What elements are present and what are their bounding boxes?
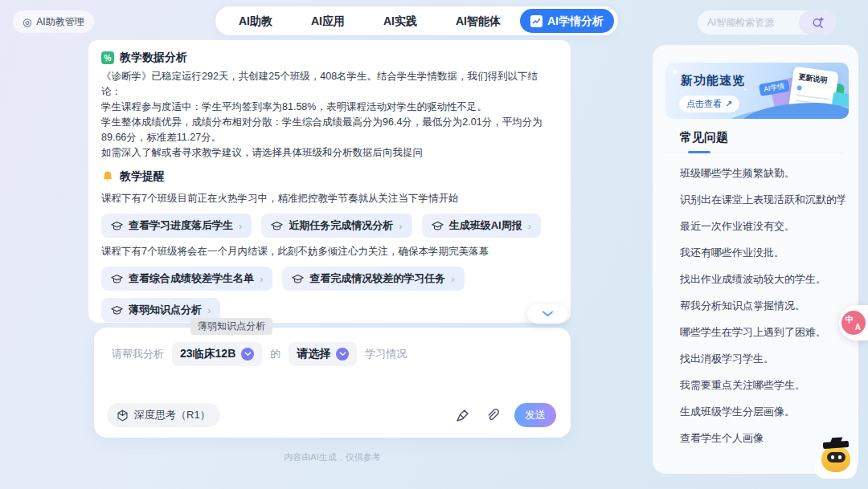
analysis-section-header: % 教学数据分析 bbox=[101, 50, 558, 66]
button-label: 生成班级AI周报 bbox=[449, 218, 522, 233]
chevron-right-icon: › bbox=[528, 220, 531, 232]
resource-search bbox=[698, 10, 836, 35]
tab-ai-zhujiao[interactable]: AI助教 bbox=[219, 6, 292, 35]
reminder-text-2: 课程下有7个班级将会在一个月内结课，此刻不妨多倾注心力关注，确保本学期完美落幕 bbox=[101, 244, 558, 259]
clear-context-button[interactable] bbox=[455, 408, 470, 423]
faq-active-indicator bbox=[688, 151, 710, 153]
class-select[interactable]: 23临床12B bbox=[172, 342, 262, 366]
faq-item[interactable]: 生成班级学生分层画像。 bbox=[680, 404, 845, 420]
new-features-banner[interactable]: ✦ ✦ 新功能速览 点击查看 ↗ AI学情 更新说明 bbox=[665, 63, 849, 119]
button-label: 薄弱知识点分析 bbox=[129, 303, 202, 317]
faq-list: 班级哪些学生频繁缺勤。 识别出在课堂上表现活跃和沉默的学生。 最近一次作业谁没有… bbox=[680, 165, 845, 457]
data-analysis-icon: % bbox=[101, 51, 114, 64]
faq-item[interactable]: 找出作业成绩波动较大的学生。 bbox=[680, 271, 845, 287]
right-sidebar: ✦ ✦ 新功能速览 点击查看 ↗ AI学情 更新说明 常见问题 bbox=[653, 45, 858, 474]
brush-icon bbox=[455, 408, 470, 423]
chevron-right-icon: › bbox=[451, 273, 454, 285]
analysis-line: 《诊断学》已稳定运行292天，共创建25个班级，408名学生。结合学生学情数据，… bbox=[101, 69, 558, 100]
graduation-cap-icon bbox=[432, 221, 444, 231]
prompt-prefix: 请帮我分析 bbox=[112, 347, 164, 361]
input-controls: 深度思考（R1） 发送 bbox=[107, 403, 556, 427]
banner-cta-label: 点击查看 bbox=[686, 98, 722, 110]
bell-icon bbox=[101, 170, 114, 183]
arrow-up-right-icon: ↗ bbox=[725, 99, 732, 109]
paperclip-icon bbox=[485, 408, 500, 423]
sparkle-icon: ✦ bbox=[672, 67, 678, 76]
tab-ai-yingyong[interactable]: AI应用 bbox=[292, 6, 364, 35]
translate-icon: 中 A bbox=[841, 311, 866, 335]
mascot-eye bbox=[831, 455, 834, 459]
banner-title: 新功能速览 bbox=[681, 73, 745, 88]
reminder-text-1: 课程下有7个班级目前正在火热学习中，精准把控教学节奏就从关注当下学情开始 bbox=[101, 191, 558, 206]
chevron-down-icon bbox=[336, 348, 349, 361]
faq-item[interactable]: 找出消极学习学生。 bbox=[680, 351, 845, 367]
faq-title: 常见问题 bbox=[680, 130, 728, 145]
button-label: 近期任务完成情况分析 bbox=[289, 218, 393, 233]
mascot-face bbox=[827, 452, 845, 463]
translate-a-glyph: A bbox=[855, 323, 861, 332]
mascot-robot-button[interactable] bbox=[813, 438, 858, 479]
chevron-right-icon: › bbox=[399, 220, 402, 232]
metric-select[interactable]: 请选择 bbox=[289, 342, 357, 366]
search-plus-icon bbox=[811, 16, 825, 30]
scroll-to-bottom-button[interactable] bbox=[527, 304, 567, 324]
search-input[interactable] bbox=[698, 17, 799, 28]
translate-zh-glyph: 中 bbox=[845, 314, 854, 325]
view-poor-overall-grade-students-button[interactable]: 查看综合成绩较差学生名单 › bbox=[101, 267, 272, 291]
faq-item[interactable]: 我还有哪些作业没批。 bbox=[680, 245, 845, 261]
search-button[interactable] bbox=[799, 10, 836, 35]
faq-item[interactable]: 帮我分析知识点掌握情况。 bbox=[680, 298, 845, 314]
deep-think-toggle[interactable]: 深度思考（R1） bbox=[107, 403, 220, 427]
graduation-cap-icon bbox=[271, 221, 283, 231]
deep-think-label: 深度思考（R1） bbox=[134, 408, 211, 422]
tab-ai-zhinengti[interactable]: AI智能体 bbox=[436, 6, 520, 35]
view-poorly-completed-tasks-button[interactable]: 查看完成情况较差的学习任务 › bbox=[282, 267, 464, 291]
banner-wave bbox=[739, 103, 849, 119]
attach-file-button[interactable] bbox=[485, 408, 500, 423]
translate-floating-button[interactable]: 中 A bbox=[839, 305, 868, 340]
ai-generated-disclaimer: 内容由AI生成，仅供参考 bbox=[94, 451, 571, 463]
tab-ai-shijian[interactable]: AI实践 bbox=[364, 6, 436, 35]
chevron-right-icon: › bbox=[207, 304, 211, 316]
faq-item[interactable]: 哪些学生在学习上遇到了困难。 bbox=[680, 324, 845, 340]
chevron-right-icon: › bbox=[239, 220, 242, 232]
faq-item[interactable]: 我需要重点关注哪些学生。 bbox=[680, 377, 845, 393]
graduation-cap-icon bbox=[111, 221, 123, 231]
metric-select-placeholder: 请选择 bbox=[297, 347, 330, 361]
suggestion-row-1: 查看学习进度落后学生 › 近期任务完成情况分析 › 生成班级AI周报 › bbox=[101, 214, 558, 238]
app-screen: ◎ AI助教管理 AI助教 AI应用 AI实践 AI智能体 AI学情分析 % 教… bbox=[0, 0, 868, 489]
graduation-cap-icon bbox=[111, 274, 123, 284]
graduation-cap-icon bbox=[292, 274, 304, 284]
ai-assistant-manage-button[interactable]: ◎ AI助教管理 bbox=[13, 10, 94, 33]
graduation-cap-icon bbox=[111, 305, 123, 316]
banner-card-line bbox=[796, 94, 829, 100]
chat-input-panel[interactable]: 请帮我分析 23临床12B 的 请选择 学习情况 深度思考（R bbox=[94, 328, 571, 438]
analysis-title: 教学数据分析 bbox=[120, 51, 187, 65]
send-button[interactable]: 发送 bbox=[514, 403, 556, 427]
button-label: 查看综合成绩较差学生名单 bbox=[129, 271, 254, 286]
faq-item[interactable]: 最近一次作业谁没有交。 bbox=[680, 218, 845, 234]
target-icon: ◎ bbox=[23, 16, 31, 28]
reminder-section-header: 教学提醒 bbox=[101, 169, 558, 185]
prompt-mid: 的 bbox=[270, 347, 280, 361]
view-lagging-progress-students-button[interactable]: 查看学习进度落后学生 › bbox=[101, 214, 252, 238]
class-select-value: 23临床12B bbox=[180, 347, 235, 361]
top-nav-tabs: AI助教 AI应用 AI实践 AI智能体 AI学情分析 bbox=[215, 6, 618, 35]
analysis-line: 学生课程参与度适中：学生平均签到率为81.58%，表明课程活动对学生的驱动性不足… bbox=[101, 100, 558, 115]
tab-ai-xueqing-fenxi[interactable]: AI学情分析 bbox=[520, 9, 614, 33]
suggestion-row-2: 查看综合成绩较差学生名单 › 查看完成情况较差的学习任务 › bbox=[101, 267, 558, 291]
prompt-builder-row: 请帮我分析 23临床12B 的 请选择 学习情况 bbox=[112, 342, 407, 366]
prompt-suffix: 学习情况 bbox=[365, 347, 407, 361]
chevron-down-icon bbox=[241, 348, 254, 361]
recent-task-completion-analysis-button[interactable]: 近期任务完成情况分析 › bbox=[261, 214, 411, 238]
deep-think-cube-icon bbox=[117, 410, 129, 422]
banner-card-dot bbox=[796, 85, 802, 91]
banner-view-button[interactable]: 点击查看 ↗ bbox=[679, 96, 739, 112]
faq-item[interactable]: 识别出在课堂上表现活跃和沉默的学生。 bbox=[680, 192, 845, 208]
faq-item[interactable]: 班级哪些学生频繁缺勤。 bbox=[680, 165, 845, 181]
generate-class-ai-weekly-report-button[interactable]: 生成班级AI周报 › bbox=[422, 214, 541, 238]
chat-message-panel: % 教学数据分析 《诊断学》已稳定运行292天，共创建25个班级，408名学生。… bbox=[88, 40, 571, 323]
analysis-line: 学生整体成绩优异，成绩分布相对分散：学生综合成绩最高分为96.4分，最低分为2.… bbox=[101, 115, 558, 145]
button-label: 查看完成情况较差的学习任务 bbox=[309, 271, 445, 286]
weak-knowledge-tooltip: 薄弱知识点分析 bbox=[190, 318, 272, 335]
